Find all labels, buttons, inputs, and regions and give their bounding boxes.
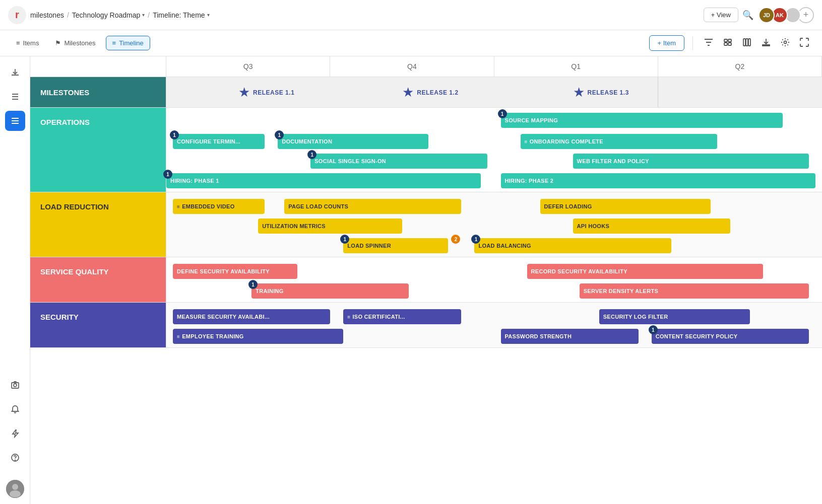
bar-define-security[interactable]: DEFINE SECURITY AVAILABILITY bbox=[173, 264, 297, 279]
sidebar-bell-button[interactable] bbox=[5, 399, 25, 419]
bar-row-ops-3: 1 SOCIAL SINGLE SIGN-ON WEB FILTER AND P… bbox=[166, 151, 822, 169]
bar-row-lr-3: 1 LOAD SPINNER 2 1 LOAD BALANCING bbox=[166, 235, 822, 253]
measure-sec-wrapper: MEASURE SECURITY AVAILABI... bbox=[173, 308, 330, 323]
avatar-1[interactable]: JD bbox=[758, 7, 775, 23]
timeline-quarter-headers: Q3 Q4 Q1 Q2 bbox=[30, 56, 822, 77]
header-q1: Q1 bbox=[494, 56, 658, 77]
breadcrumb-roadmaps[interactable]: milestones bbox=[30, 11, 64, 19]
tab-milestones[interactable]: ⚑ Milestones bbox=[49, 36, 101, 50]
svg-point-15 bbox=[12, 484, 18, 490]
onboarding-wrapper: ≡ONBOARDING COMPLETE bbox=[521, 132, 717, 148]
milestone-release-1-2[interactable]: ★ RELEASE 1.2 bbox=[402, 85, 458, 100]
sidebar bbox=[0, 56, 30, 504]
defer-loading-wrapper: DEFER LOADING bbox=[540, 197, 711, 212]
bar-server-density[interactable]: SERVER DENSITY ALERTS bbox=[580, 283, 809, 299]
tab-items[interactable]: ≡ Items bbox=[10, 36, 45, 50]
app-logo[interactable]: r bbox=[8, 6, 26, 24]
bar-page-load[interactable]: PAGE LOAD COUNTS bbox=[284, 199, 461, 214]
sidebar-download-button[interactable] bbox=[5, 62, 25, 83]
timeline-container: Q3 Q4 Q1 Q2 MILESTONES ★ RELEASE 1.1 bbox=[30, 56, 822, 504]
load-reduction-section: LOAD REDUCTION ≡EMBEDDED VIDEO PAGE LOAD… bbox=[30, 192, 822, 257]
toolbar: ≡ Items ⚑ Milestones ≡ Timeline + Item bbox=[0, 30, 822, 56]
sidebar-flash-button[interactable] bbox=[5, 423, 25, 444]
sidebar-photo-button[interactable] bbox=[5, 375, 25, 395]
bar-load-spinner[interactable]: LOAD SPINNER bbox=[343, 238, 448, 253]
embedded-video-wrapper: ≡EMBEDDED VIDEO bbox=[173, 197, 265, 212]
operations-section: OPERATIONS 1 SOURCE MAPPING 1 bbox=[30, 108, 822, 192]
settings-icon-button[interactable] bbox=[778, 35, 793, 52]
operations-content: 1 SOURCE MAPPING 1 CONFIGURE TERMIN... bbox=[166, 108, 822, 192]
bar-documentation[interactable]: DOCUMENTATION bbox=[278, 134, 428, 149]
bar-record-security[interactable]: RECORD SECURITY AVAILABILITY bbox=[527, 264, 763, 279]
nav-right: 🔍 JD AK + bbox=[742, 7, 814, 23]
bar-training[interactable]: TRAINING bbox=[251, 283, 409, 299]
bar-configure[interactable]: CONFIGURE TERMIN... bbox=[173, 134, 265, 149]
password-strength-wrapper: PASSWORD STRENGTH bbox=[501, 327, 639, 342]
bar-measure-security[interactable]: MEASURE SECURITY AVAILABI... bbox=[173, 309, 330, 324]
export-icon-button[interactable] bbox=[758, 35, 774, 52]
load-reduction-content: ≡EMBEDDED VIDEO PAGE LOAD COUNTS DEFER L… bbox=[166, 192, 822, 257]
bar-api-hooks[interactable]: API HOOKS bbox=[573, 219, 730, 234]
svg-rect-7 bbox=[746, 39, 748, 46]
source-mapping-wrapper: 1 SOURCE MAPPING bbox=[501, 111, 783, 126]
bar-content-security[interactable]: CONTENT SECURITY POLICY bbox=[652, 329, 809, 344]
bar-defer-loading[interactable]: DEFER LOADING bbox=[540, 199, 711, 214]
training-wrapper: 1 TRAINING bbox=[251, 282, 409, 297]
bar-web-filter[interactable]: WEB FILTER AND POLICY bbox=[573, 154, 809, 169]
bar-security-log[interactable]: SECURITY LOG FILTER bbox=[599, 309, 750, 324]
hiring1-badge: 1 bbox=[163, 170, 172, 179]
fullscreen-icon-button[interactable] bbox=[797, 35, 812, 52]
hiring2-wrapper: HIRING: PHASE 2 bbox=[501, 172, 815, 187]
header-q2: Q2 bbox=[658, 56, 822, 77]
bar-row-ops-2: 1 CONFIGURE TERMIN... 1 DOCUMENTATION ≡O… bbox=[166, 131, 822, 149]
load-spinner-badge-2: 2 bbox=[451, 235, 460, 244]
sidebar-help-button[interactable] bbox=[5, 448, 25, 468]
bar-source-mapping[interactable]: SOURCE MAPPING bbox=[501, 113, 783, 128]
configure-badge: 1 bbox=[170, 130, 179, 139]
utilization-wrapper: UTILIZATION METRICS bbox=[258, 217, 402, 232]
search-icon-button[interactable]: 🔍 bbox=[742, 10, 753, 21]
bar-social-sso[interactable]: SOCIAL SINGLE SIGN-ON bbox=[310, 154, 487, 169]
bar-iso[interactable]: ≡ISO CERTIFICATI... bbox=[343, 309, 461, 324]
svg-point-13 bbox=[15, 460, 15, 461]
columns-icon-button[interactable] bbox=[739, 35, 754, 52]
milestones-content: ★ RELEASE 1.1 ★ RELEASE 1.2 ★ RELEASE 1.… bbox=[166, 77, 822, 107]
svg-rect-6 bbox=[743, 39, 745, 46]
bar-row-ops-4: 1 HIRING: PHASE 1 HIRING: PHASE 2 bbox=[166, 170, 822, 188]
bar-password-strength[interactable]: PASSWORD STRENGTH bbox=[501, 329, 639, 344]
security-log-wrapper: SECURITY LOG FILTER bbox=[599, 308, 750, 323]
add-item-button[interactable]: + Item bbox=[649, 35, 685, 51]
header-q3: Q3 bbox=[166, 56, 330, 77]
bar-employee-training[interactable]: ≡EMPLOYEE TRAINING bbox=[173, 329, 343, 344]
bar-load-balancing[interactable]: LOAD BALANCING bbox=[474, 238, 671, 253]
sidebar-list-button[interactable] bbox=[5, 87, 25, 107]
hiring1-wrapper: 1 HIRING: PHASE 1 bbox=[166, 172, 481, 187]
tab-timeline[interactable]: ≡ Timeline bbox=[106, 36, 150, 50]
operations-label: OPERATIONS bbox=[30, 108, 166, 192]
bar-onboarding[interactable]: ≡ONBOARDING COMPLETE bbox=[521, 134, 717, 149]
web-filter-wrapper: WEB FILTER AND POLICY bbox=[573, 152, 809, 167]
content-security-badge: 1 bbox=[649, 325, 658, 334]
sidebar-user-avatar[interactable] bbox=[6, 480, 24, 498]
svg-rect-3 bbox=[728, 39, 731, 42]
sidebar-menu-button[interactable] bbox=[5, 111, 25, 131]
bar-row-lr-2: UTILIZATION METRICS API HOOKS bbox=[166, 215, 822, 234]
group-icon-button[interactable] bbox=[720, 35, 735, 52]
items-icon: ≡ bbox=[16, 39, 20, 47]
add-view-button[interactable]: + View bbox=[704, 8, 738, 22]
bar-utilization[interactable]: UTILIZATION METRICS bbox=[258, 219, 402, 234]
breadcrumb-technology-roadmap[interactable]: Technology Roadmap ▾ bbox=[72, 11, 145, 19]
bar-row-lr-1: ≡EMBEDDED VIDEO PAGE LOAD COUNTS DEFER L… bbox=[166, 196, 822, 214]
filter-icon-button[interactable] bbox=[701, 35, 716, 52]
milestone-release-1-3[interactable]: ★ RELEASE 1.3 bbox=[573, 85, 629, 100]
bar-hiring-1[interactable]: HIRING: PHASE 1 bbox=[166, 173, 481, 188]
breadcrumb-timeline-theme[interactable]: Timeline: Theme ▾ bbox=[153, 11, 209, 19]
api-hooks-wrapper: API HOOKS bbox=[573, 217, 730, 232]
app-layout: Q3 Q4 Q1 Q2 MILESTONES ★ RELEASE 1.1 bbox=[0, 56, 822, 504]
bar-embedded-video[interactable]: ≡EMBEDDED VIDEO bbox=[173, 199, 265, 214]
milestone-release-1-1[interactable]: ★ RELEASE 1.1 bbox=[238, 85, 294, 100]
timeline-body: MILESTONES ★ RELEASE 1.1 ★ RELEASE 1.2 bbox=[30, 77, 822, 504]
training-badge: 1 bbox=[248, 280, 258, 289]
milestones-label: MILESTONES bbox=[30, 77, 166, 107]
bar-hiring-2[interactable]: HIRING: PHASE 2 bbox=[501, 173, 815, 188]
